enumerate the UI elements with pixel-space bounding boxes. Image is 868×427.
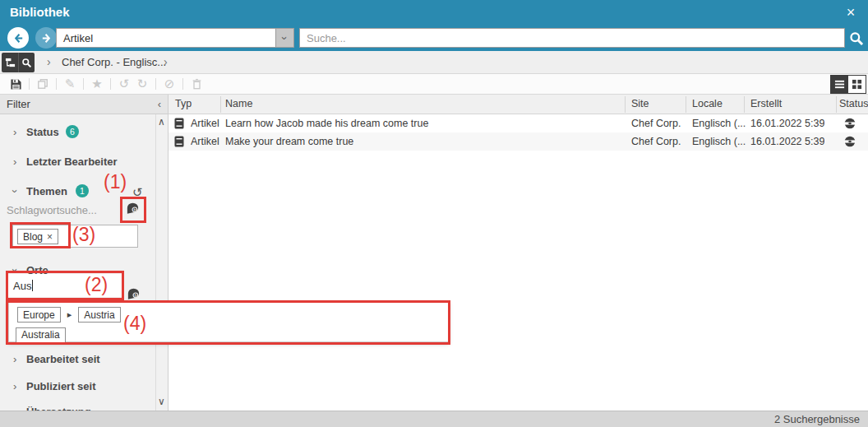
table-row[interactable]: Artikel Learn how Jacob made his dream c… [169,114,868,132]
list-view-button[interactable] [831,76,848,93]
status-bar: 2 Suchergebnisse [0,411,868,427]
taxonomy-browse-icon[interactable]: b [126,201,140,215]
filter-section-edited-since[interactable]: › Bearbeitet seit [0,351,155,368]
section-label: Themen [26,185,67,197]
breadcrumb-separator-icon: › [164,55,168,68]
scroll-down-icon[interactable]: ∨ [158,396,165,407]
search-input[interactable] [299,28,845,48]
column-header-name[interactable]: Name [225,98,252,109]
toolbar-divider [110,78,111,90]
chevron-right-icon: › [13,155,16,168]
filter-section-status[interactable]: › Status 6 [0,124,155,141]
reset-filter-icon[interactable]: ↺ [132,185,143,200]
breadcrumb-separator-icon: › [47,55,51,68]
tag-chip-label: Blog [23,231,43,243]
tag-chip-blog[interactable]: Blog × [17,229,58,244]
chevron-down-icon: › [9,189,21,193]
doc-type-select[interactable]: Artikel › [56,28,294,48]
column-divider [220,96,221,113]
window-title: Bibliothek [10,5,70,19]
cell-name: Make your dream come true [225,136,620,147]
breadcrumb: › Chef Corp. - Englisc... › [0,51,868,74]
back-button[interactable] [7,27,29,49]
publication-status-icon [844,118,856,129]
copy-icon [37,78,48,90]
column-header-status[interactable]: Status [839,98,868,109]
toolbar: ✎ ★ ↺ ↻ ⊘ [0,74,868,95]
cell-type: Artikel [191,136,219,147]
publication-status-icon [844,136,856,147]
unpublish-button[interactable]: ⊘ [162,77,177,91]
cell-locale: Englisch (... [692,136,746,147]
delete-button[interactable] [189,77,204,91]
library-window: Bibliothek × Artikel › [0,0,868,427]
cell-created: 16.01.2022 5:39 [750,136,824,147]
arrow-left-icon [12,32,25,44]
table-row[interactable]: Artikel Make your dream come true Chef C… [169,132,868,151]
chevron-down-icon: › [9,268,21,272]
filter-section-last-editor[interactable]: › Letzter Bearbeiter [0,154,155,170]
suggestion-chip-australia[interactable]: Australia [16,327,66,343]
filter-scrollbar[interactable]: ∧ ∨ [155,114,169,411]
search-icon [21,58,32,68]
save-search-button[interactable] [8,77,23,91]
forward-button[interactable] [35,27,57,49]
taxonomy-browse-icon[interactable]: b [127,286,141,300]
toolbar-divider [155,78,156,90]
search-result-count: 2 Suchergebnisse [774,413,860,425]
selected-tags-box: Blog × [12,225,138,248]
select-dropdown-button[interactable]: › [275,29,293,47]
column-header-erstellt[interactable]: Erstellt [750,98,782,109]
withdraw-button[interactable]: ↺ [117,77,132,91]
scroll-up-icon[interactable]: ∧ [158,116,165,128]
column-header-site[interactable]: Site [631,98,649,109]
floppy-icon [10,78,22,91]
toolbar-divider [182,78,183,90]
doc-type-value: Artikel [57,32,275,44]
list-view-icon [834,79,845,90]
article-doc-icon [174,136,184,147]
bookmark-button[interactable]: ★ [90,77,104,91]
breadcrumb-site[interactable]: Chef Corp. - Englisc... [62,56,166,68]
thumbnail-view-button[interactable] [848,76,866,93]
cell-created: 16.01.2022 5:39 [750,118,824,129]
toolbar-divider [83,78,84,90]
column-header-typ[interactable]: Typ [175,98,192,109]
approve-publish-button[interactable]: ↻ [135,77,150,91]
article-doc-icon [174,118,184,129]
result-view-toggle [830,75,866,94]
keyword-search-input[interactable] [7,200,123,220]
table-header: Typ Name Site Locale Erstellt Status [169,95,868,114]
close-icon[interactable]: × [842,3,860,21]
hierarchy-arrow-icon: ▸ [67,309,72,320]
cell-name: Learn how Jacob made his dream come true [225,118,620,129]
search-view-button[interactable] [18,53,35,72]
copy-button[interactable] [35,77,50,91]
trash-icon [192,78,202,90]
cell-site: Chef Corp. [631,136,681,147]
view-mode-toggle [2,53,35,72]
location-search-input[interactable]: Aus [8,274,122,297]
location-input-value: Aus [13,280,31,292]
section-label: Publiziert seit [26,380,96,392]
edit-button[interactable]: ✎ [62,77,77,91]
toolbar-divider [56,78,57,90]
location-suggestion-dropdown: Europe ▸ Austria Australia [8,302,449,342]
filter-title: Filter [7,98,30,110]
suggestion-label: Europe [23,309,55,321]
tree-view-button[interactable] [2,53,18,72]
column-header-locale[interactable]: Locale [692,98,723,109]
title-bar: Bibliothek × Artikel › [0,0,868,51]
remove-tag-icon[interactable]: × [47,231,53,243]
filter-panel-header: Filter ‹ [0,95,169,114]
svg-text:b: b [133,207,136,212]
suggestion-label: Austria [84,309,114,321]
column-divider [836,96,837,113]
search-icon[interactable] [849,31,864,46]
suggestion-chip-europe[interactable]: Europe [17,307,61,323]
filter-section-published-since[interactable]: › Publiziert seit [0,378,155,395]
text-caret [32,280,33,291]
collapse-panel-icon[interactable]: ‹ [158,98,161,110]
column-divider [625,96,626,113]
suggestion-chip-austria[interactable]: Austria [78,307,120,323]
